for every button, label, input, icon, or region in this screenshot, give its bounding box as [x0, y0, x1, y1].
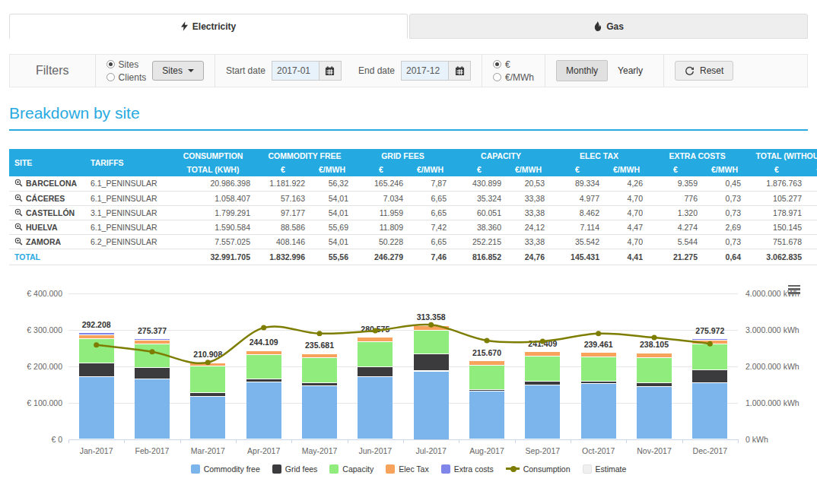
value-cell: 1.799.291 — [170, 205, 256, 220]
start-date-calendar-button[interactable] — [319, 61, 342, 81]
bar-segment-grid-fees[interactable] — [302, 382, 337, 386]
radio-clients-control[interactable] — [106, 73, 115, 81]
reset-button[interactable]: Reset — [675, 61, 733, 81]
bar-segment-elec-tax[interactable] — [135, 340, 170, 344]
bar-segment-commodity-free[interactable] — [358, 376, 393, 439]
bar-segment-capacity[interactable] — [581, 357, 616, 381]
bar-segment-commodity-free[interactable] — [79, 376, 114, 439]
bar-segment-commodity-free[interactable] — [692, 382, 727, 439]
radio-euro-control[interactable] — [493, 60, 501, 68]
radio-euro-mwh[interactable]: €/MWh — [493, 72, 534, 83]
bar-segment-elec-tax[interactable] — [637, 353, 672, 357]
bar-segment-grid-fees[interactable] — [637, 382, 672, 386]
bar-segment-commodity-free[interactable] — [637, 386, 672, 439]
end-date-calendar-button[interactable] — [448, 61, 471, 81]
bar-segment-extra-costs[interactable] — [246, 350, 281, 350]
bar-total-label: 275.972 — [676, 326, 744, 335]
bar-segment-capacity[interactable] — [414, 330, 449, 353]
bar-segment-elec-tax[interactable] — [190, 363, 225, 366]
bar-segment-capacity[interactable] — [246, 354, 281, 379]
x-axis-label: Sep-2017 — [515, 446, 571, 455]
bar-segment-extra-costs[interactable] — [79, 332, 114, 334]
radio-euro-mwh-control[interactable] — [493, 73, 501, 81]
bar-segment-capacity[interactable] — [692, 344, 727, 369]
bar-segment-commodity-free[interactable] — [581, 383, 616, 439]
sites-dropdown[interactable]: Sites — [152, 61, 204, 81]
site-link[interactable]: CÁCERES — [9, 191, 85, 205]
bar-segment-capacity[interactable] — [79, 338, 114, 363]
bar-segment-extra-costs[interactable] — [302, 353, 337, 353]
bar-segment-grid-fees[interactable] — [525, 381, 560, 385]
total-label: TOTAL — [9, 249, 85, 265]
bar-segment-elec-tax[interactable] — [246, 350, 281, 354]
site-link[interactable]: BARCELONA — [9, 176, 85, 191]
col-sub-0-0: TOTAL (KWH) — [170, 163, 256, 176]
monthly-button[interactable]: Monthly — [556, 60, 608, 81]
bar-segment-extra-costs[interactable] — [469, 360, 504, 361]
bar-segment-elec-tax[interactable] — [469, 360, 504, 365]
bar-segment-grid-fees[interactable] — [135, 367, 170, 378]
legend-item-commodity-free[interactable]: Commodity free — [191, 464, 260, 474]
x-axis-label: Apr-2017 — [236, 446, 291, 455]
bar-segment-capacity[interactable] — [637, 357, 672, 382]
legend-item-grid-fees[interactable]: Grid fees — [272, 464, 318, 474]
bar-segment-capacity[interactable] — [302, 357, 337, 382]
bar-segment-extra-costs[interactable] — [525, 351, 560, 352]
bar-segment-commodity-free[interactable] — [469, 391, 504, 439]
bar-segment-extra-costs[interactable] — [692, 338, 727, 340]
radio-euro-label: € — [505, 59, 510, 70]
bar-segment-grid-fees[interactable] — [469, 389, 504, 391]
bar-segment-extra-costs[interactable] — [358, 337, 393, 338]
legend-item-estimate[interactable]: Estimate — [583, 464, 627, 474]
bar-segment-elec-tax[interactable] — [358, 337, 393, 341]
legend-item-capacity[interactable]: Capacity — [329, 464, 374, 474]
bar-segment-commodity-free[interactable] — [246, 382, 281, 439]
bar-segment-extra-costs[interactable] — [135, 338, 170, 340]
bar-segment-elec-tax[interactable] — [79, 334, 114, 338]
bar-segment-extra-costs[interactable] — [190, 362, 225, 363]
site-link[interactable]: CASTELLÓN — [9, 205, 85, 220]
legend-item-extra-costs[interactable]: Extra costs — [441, 464, 494, 474]
bar-segment-grid-fees[interactable] — [246, 379, 281, 382]
bar-segment-capacity[interactable] — [358, 341, 393, 366]
bar-segment-grid-fees[interactable] — [358, 366, 393, 376]
bar-segment-commodity-free[interactable] — [414, 371, 449, 439]
bar-segment-grid-fees[interactable] — [692, 369, 727, 382]
bar-segment-capacity[interactable] — [525, 356, 560, 381]
bar-segment-capacity[interactable] — [469, 365, 504, 389]
bar-segment-grid-fees[interactable] — [414, 353, 449, 370]
radio-sites-control[interactable] — [106, 60, 115, 68]
bar-segment-extra-costs[interactable] — [637, 352, 672, 353]
bar-segment-elec-tax[interactable] — [692, 340, 727, 344]
end-date-input[interactable] — [401, 61, 448, 81]
radio-sites[interactable]: Sites — [106, 59, 147, 70]
bar-segment-elec-tax[interactable] — [581, 352, 616, 357]
bar-segment-elec-tax[interactable] — [414, 325, 449, 330]
bar-segment-grid-fees[interactable] — [190, 392, 225, 396]
site-link[interactable]: ZAMORA — [9, 234, 85, 249]
tab-gas[interactable]: Gas — [409, 14, 808, 39]
bar-segment-commodity-free[interactable] — [135, 379, 170, 439]
legend-item-elec-tax[interactable]: Elec Tax — [386, 464, 429, 474]
legend-item-consumption[interactable]: Consumption — [506, 464, 571, 474]
bar-segment-elec-tax[interactable] — [525, 351, 560, 356]
bar-segment-grid-fees[interactable] — [581, 381, 616, 383]
bar-segment-extra-costs[interactable] — [414, 325, 449, 325]
bar-segment-commodity-free[interactable] — [525, 385, 560, 439]
table-row: HUELVA 6.1_PENINSULAR1.590.58488.58655,6… — [9, 220, 817, 234]
site-link[interactable]: HUELVA — [9, 220, 85, 234]
yearly-button[interactable]: Yearly — [608, 60, 653, 81]
bar-segment-commodity-free[interactable] — [190, 396, 225, 439]
tab-electricity[interactable]: Electricity — [9, 14, 408, 39]
bar-segment-capacity[interactable] — [135, 344, 170, 367]
col-sub-1-1: €/MWH — [310, 163, 354, 176]
bar-segment-grid-fees[interactable] — [79, 363, 114, 376]
start-date-input[interactable] — [272, 61, 319, 81]
radio-euro[interactable]: € — [493, 59, 534, 70]
bar-segment-elec-tax[interactable] — [302, 353, 337, 357]
radio-clients[interactable]: Clients — [106, 72, 147, 83]
bar-segment-commodity-free[interactable] — [302, 385, 337, 439]
bar-segment-extra-costs[interactable] — [581, 352, 616, 353]
bar-segment-capacity[interactable] — [190, 366, 225, 392]
unit-group: € €/MWh — [482, 55, 545, 87]
